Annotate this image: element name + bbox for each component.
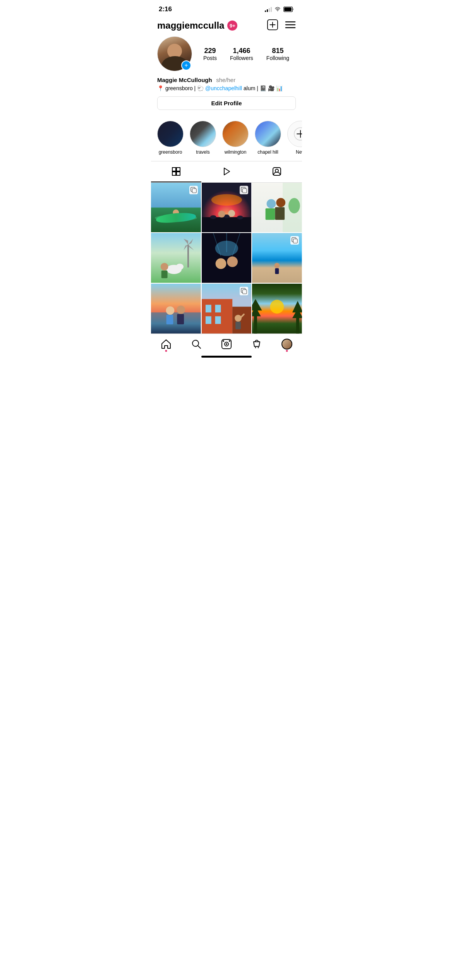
highlight-new[interactable]: New: [287, 121, 302, 155]
grid-item-1[interactable]: [151, 183, 201, 233]
svg-point-60: [215, 259, 226, 269]
profile-section: + 229 Posts 1,466 Followers 815 Followin…: [151, 36, 302, 121]
svg-rect-84: [243, 290, 247, 294]
tab-reels[interactable]: [201, 161, 252, 182]
multi-photo-badge: [290, 236, 299, 245]
bio-link[interactable]: @uncchapelhill: [205, 85, 242, 91]
wifi-icon: [274, 7, 281, 12]
bio-pronouns: she/her: [216, 77, 235, 83]
svg-point-98: [223, 340, 224, 342]
multi-photo-badge: [189, 186, 198, 194]
tab-tagged[interactable]: [252, 161, 302, 182]
bio-name: Maggie McCullough: [157, 77, 212, 83]
posts-stat[interactable]: 229 Posts: [203, 47, 217, 61]
followers-count: 1,466: [233, 47, 250, 55]
svg-rect-43: [266, 208, 275, 220]
svg-rect-77: [215, 305, 221, 312]
avatar-container: +: [157, 36, 192, 71]
grid-item-7[interactable]: [151, 284, 201, 334]
svg-rect-64: [275, 268, 279, 274]
svg-rect-44: [275, 207, 285, 220]
nav-shop[interactable]: [251, 339, 262, 350]
svg-point-18: [275, 169, 278, 172]
nav-profile[interactable]: [281, 339, 292, 350]
grid-item-6[interactable]: [252, 233, 302, 283]
svg-point-86: [270, 300, 284, 314]
home-notification-dot: [165, 350, 167, 352]
add-post-button[interactable]: [267, 19, 278, 32]
profile-info-row: + 229 Posts 1,466 Followers 815 Followin…: [157, 36, 296, 71]
svg-rect-68: [151, 312, 201, 324]
grid-item-4[interactable]: [151, 233, 201, 283]
tab-grid[interactable]: [151, 161, 201, 182]
svg-rect-27: [192, 188, 196, 193]
svg-rect-15: [177, 172, 180, 175]
svg-rect-74: [202, 299, 232, 334]
svg-rect-79: [215, 316, 221, 324]
svg-point-100: [255, 347, 256, 348]
highlight-label-new: New: [296, 149, 302, 155]
grid-item-9[interactable]: [252, 284, 302, 334]
svg-rect-54: [161, 271, 168, 278]
svg-rect-46: [187, 245, 189, 267]
svg-point-29: [211, 194, 242, 206]
posts-label: Posts: [203, 55, 217, 61]
following-stat[interactable]: 815 Following: [266, 47, 289, 61]
svg-point-70: [177, 305, 185, 314]
profile-notification-dot: [286, 350, 288, 352]
nav-search[interactable]: [191, 339, 202, 350]
highlight-label-greensboro: greensboro: [159, 149, 182, 155]
avatar-add-button[interactable]: +: [181, 60, 191, 70]
svg-rect-67: [151, 284, 201, 334]
followers-stat[interactable]: 1,466 Followers: [230, 47, 253, 61]
status-time: 2:16: [159, 5, 172, 13]
svg-marker-16: [224, 168, 230, 175]
multi-photo-badge: [240, 287, 248, 295]
svg-point-40: [288, 198, 300, 213]
highlight-greensboro[interactable]: greensboro: [157, 121, 184, 155]
tab-bar: [151, 161, 302, 183]
svg-point-69: [166, 306, 175, 315]
highlight-wilmington[interactable]: wilmington: [222, 121, 249, 155]
svg-rect-25: [173, 215, 178, 218]
grid-item-8[interactable]: [202, 284, 252, 334]
grid-item-5[interactable]: [202, 233, 252, 283]
svg-point-53: [161, 263, 168, 271]
signal-icon: [265, 7, 272, 12]
grid-item-2[interactable]: [202, 183, 252, 233]
svg-point-97: [226, 343, 227, 345]
header-actions: [267, 19, 296, 32]
svg-rect-12: [172, 168, 176, 171]
header: maggiemcculla 9+: [151, 16, 302, 36]
notification-badge[interactable]: 9+: [227, 21, 237, 31]
svg-rect-76: [206, 305, 211, 312]
nav-home[interactable]: [161, 339, 172, 350]
svg-point-0: [277, 10, 278, 11]
grid-item-3[interactable]: [252, 183, 302, 233]
menu-button[interactable]: [285, 21, 296, 31]
svg-point-34: [218, 211, 225, 218]
highlights-row: greensboro travels wilmington chapel hil…: [151, 121, 302, 161]
posts-count: 229: [204, 47, 216, 55]
photo-grid: [151, 183, 302, 334]
svg-rect-78: [206, 316, 211, 324]
multi-photo-badge: [240, 186, 248, 194]
svg-rect-30: [202, 217, 252, 233]
status-icons: [265, 7, 294, 12]
bio-line: 📍 greensboro | 🐑 @uncchapelhill alum | 📓…: [157, 85, 296, 93]
highlight-chapelhill[interactable]: chapel hill: [255, 121, 281, 155]
nav-avatar: [281, 339, 292, 350]
svg-rect-37: [243, 188, 247, 193]
status-bar: 2:16: [151, 0, 302, 16]
followers-label: Followers: [230, 55, 253, 61]
edit-profile-button[interactable]: Edit Profile: [157, 96, 296, 110]
bio: Maggie McCullough she/her 📍 greensboro |…: [157, 77, 296, 93]
svg-point-101: [258, 347, 259, 348]
username-row: maggiemcculla 9+: [157, 20, 237, 31]
svg-point-35: [228, 210, 235, 217]
svg-rect-2: [284, 7, 292, 11]
svg-rect-14: [172, 172, 176, 175]
svg-point-99: [229, 340, 230, 342]
highlight-travels[interactable]: travels: [190, 121, 216, 155]
nav-reels[interactable]: [221, 339, 232, 350]
